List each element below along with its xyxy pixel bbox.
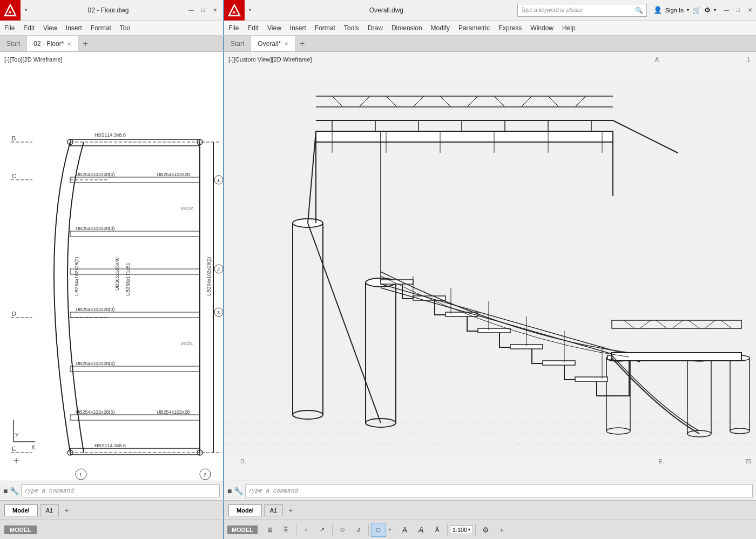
right-menu-draw[interactable]: Draw <box>363 22 387 34</box>
svg-rect-120 <box>543 361 575 365</box>
left-cmd-icon1[interactable]: ■ <box>3 487 8 495</box>
right-status-area: MODEL ⊞ ⠿ + ↗ ◇ ⊿ □ ▾ A A Ã 1: <box>224 523 756 537</box>
right-tab-overall-close[interactable]: ✕ <box>284 41 288 47</box>
left-tab-floor[interactable]: 02 - Floor* ✕ <box>27 36 78 51</box>
right-menu-help[interactable]: Help <box>558 22 580 34</box>
left-model-tab[interactable]: Model <box>4 504 38 516</box>
left-close-btn[interactable]: ✕ <box>209 4 221 16</box>
left-tab-floor-label: 02 - Floor* <box>33 40 64 48</box>
search-icon[interactable]: 🔍 <box>635 6 643 14</box>
right-model-status[interactable]: MODEL <box>227 525 258 534</box>
right-autocad-logo[interactable]: A <box>224 0 245 21</box>
right-menu-tools[interactable]: Tools <box>340 22 363 34</box>
right-menu-modify[interactable]: Modify <box>427 22 454 34</box>
right-model-tab[interactable]: Model <box>228 504 262 516</box>
right-menu-parametric[interactable]: Parametric <box>454 22 494 34</box>
viewport-dropdown[interactable]: ▾ <box>387 523 393 537</box>
polar-toggle[interactable]: ↗ <box>315 523 330 537</box>
signin-label[interactable]: Sign In <box>665 7 684 14</box>
corner-label-d: D. <box>240 458 246 464</box>
right-menu-express[interactable]: Express <box>494 22 526 34</box>
annotation-btn2[interactable]: A <box>414 523 429 537</box>
right-maximize-btn[interactable]: □ <box>732 4 744 16</box>
left-menu-view[interactable]: View <box>39 22 62 34</box>
svg-text:X: X <box>31 444 35 450</box>
right-add-layout[interactable]: + <box>285 504 296 517</box>
annotation-btn1[interactable]: A <box>397 523 413 537</box>
svg-text:UB254x102x28(3): UB254x102x28(3) <box>76 307 115 312</box>
right-minimize-btn[interactable]: — <box>720 4 732 16</box>
svg-rect-118 <box>478 328 510 333</box>
left-layout-tabs: Model A1 + <box>0 501 224 520</box>
lineweight-toggle[interactable]: ⊿ <box>351 523 366 537</box>
corner-label-75: 75 <box>745 458 752 464</box>
svg-text:UB305x165x40: UB305x165x40 <box>114 257 120 291</box>
right-menu-window[interactable]: Window <box>526 22 558 34</box>
search-box[interactable]: Type a keyword or phrase 🔍 <box>517 4 647 17</box>
annotation-btn3[interactable]: Ã <box>430 523 445 537</box>
right-command-placeholder: Type a command <box>248 488 298 494</box>
plus-btn[interactable]: + <box>494 523 509 537</box>
right-viewport[interactable]: [-][Custom View][2D Wireframe] A 1. D. E… <box>224 52 756 481</box>
left-tab-start[interactable]: Start <box>0 36 27 51</box>
right-menu-format[interactable]: Format <box>310 22 340 34</box>
right-close-btn[interactable]: ✕ <box>744 4 756 16</box>
svg-text:Y: Y <box>15 433 19 439</box>
right-menu-view[interactable]: View <box>263 22 286 34</box>
gear-btn[interactable]: ⚙ <box>478 523 493 537</box>
right-quick-access-arrow[interactable]: ▾ <box>245 8 255 12</box>
left-a1-tab[interactable]: A1 <box>40 504 59 516</box>
user-icon: 👤 <box>653 6 662 14</box>
left-viewport[interactable]: [-][Top][2D Wireframe] B C D <box>0 52 224 481</box>
left-quick-access-arrow[interactable]: ▾ <box>21 8 31 12</box>
scale-dropdown-arrow: ▾ <box>468 527 470 532</box>
left-viewport-label: [-][Top][2D Wireframe] <box>4 56 63 63</box>
left-tab-add[interactable]: + <box>78 36 92 51</box>
right-menu-edit[interactable]: Edit <box>243 22 263 34</box>
left-model-status[interactable]: MODEL <box>4 525 37 534</box>
right-tab-overall[interactable]: Overall* ✕ <box>251 36 295 51</box>
settings-arrow: ▾ <box>714 8 716 12</box>
right-command-input-box[interactable]: Type a command <box>245 484 753 497</box>
svg-rect-115 <box>381 280 413 284</box>
snap-toggle[interactable]: ⠿ <box>279 523 294 537</box>
right-a1-tab[interactable]: A1 <box>264 504 283 516</box>
right-menu-file[interactable]: File <box>224 22 243 34</box>
right-tab-start[interactable]: Start <box>224 36 251 51</box>
left-maximize-btn[interactable]: □ <box>197 4 209 16</box>
left-menu-file[interactable]: File <box>0 22 19 34</box>
grid-toggle[interactable]: ⊞ <box>262 523 278 537</box>
svg-rect-123 <box>612 353 741 361</box>
osnap-toggle[interactable]: ◇ <box>335 523 350 537</box>
left-menu-tools[interactable]: Too <box>116 22 134 34</box>
left-command-placeholder: Type a command <box>24 488 73 494</box>
sep1 <box>260 524 260 536</box>
settings-icon[interactable]: ⚙ <box>704 6 711 14</box>
left-command-input-box[interactable]: Type a command <box>21 484 220 497</box>
left-tab-floor-close[interactable]: ✕ <box>67 41 71 47</box>
right-menu-dimension[interactable]: Dimension <box>387 22 427 34</box>
svg-text:UB254x102x28(3): UB254x102x28(3) <box>76 226 115 231</box>
left-menu-insert[interactable]: Insert <box>62 22 86 34</box>
left-status-area: MODEL <box>0 520 224 539</box>
left-cmd-settings[interactable]: 🔧 <box>10 487 19 495</box>
viewport-btn[interactable]: □ <box>371 523 386 537</box>
left-title-bar: A ▾ 02 - Floor.dwg — □ ✕ <box>0 0 224 20</box>
right-menu-insert[interactable]: Insert <box>286 22 310 34</box>
right-cmd-icon1[interactable]: ■ <box>227 487 232 495</box>
corner-label-e: E. <box>659 458 664 464</box>
left-autocad-logo[interactable]: A <box>0 0 21 21</box>
left-add-layout[interactable]: + <box>61 504 72 517</box>
svg-text:UB254x102x28(2): UB254x102x28(2) <box>206 257 212 296</box>
right-tab-add[interactable]: + <box>295 36 309 51</box>
svg-text:3: 3 <box>217 310 220 315</box>
left-menu-edit[interactable]: Edit <box>19 22 39 34</box>
right-cmd-settings[interactable]: 🔧 <box>234 487 243 495</box>
left-minimize-btn[interactable]: — <box>185 4 197 16</box>
svg-rect-121 <box>575 377 608 381</box>
left-menu-format[interactable]: Format <box>86 22 116 34</box>
ortho-toggle[interactable]: + <box>299 523 314 537</box>
sep2 <box>296 524 296 536</box>
scale-selector[interactable]: 1:100 ▾ <box>450 525 474 534</box>
left-tab-bar: Start 02 - Floor* ✕ + <box>0 36 224 51</box>
